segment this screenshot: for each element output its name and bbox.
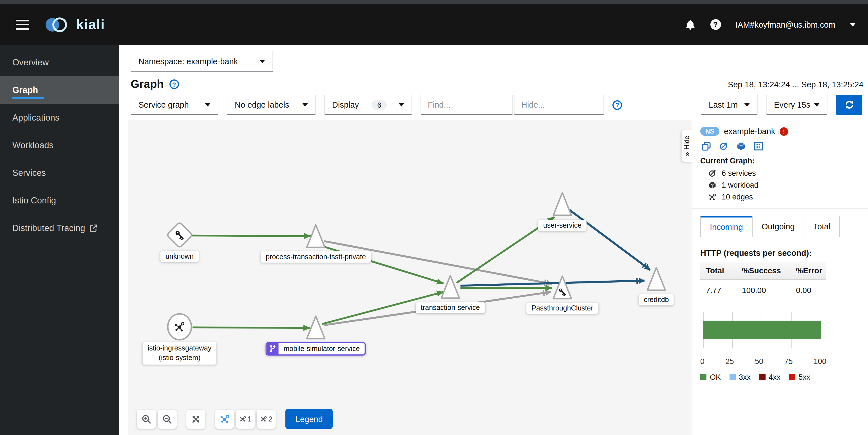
chevron-down-icon [302,103,308,107]
edge-labels-select[interactable]: No edge labels [227,95,316,115]
node-label[interactable]: unknown [160,251,199,262]
http-rate-table: Total %Success %Error 7.77 100.00 0.00 [700,262,826,297]
stat-edges: 10 edges [708,193,861,201]
help-icon[interactable] [710,19,721,30]
duration-select[interactable]: Last 1m [701,95,758,115]
sidebar-item-services[interactable]: Services [0,159,119,186]
node-label-mobile-simulator[interactable]: mobile-simulator-service [266,342,366,355]
graph-layout-2-button[interactable]: 2 [257,409,276,429]
panel-divider [692,208,868,208]
edge-ingressgateway-to-mobile-simulator[interactable] [192,327,310,328]
time-range-label: Sep 18, 13:24:24 ... Sep 18, 13:25:24 [728,80,865,89]
sidebar-item-applications[interactable]: Applications [0,104,119,131]
istio-config-link-icon[interactable] [754,141,763,151]
refresh-interval-select[interactable]: Every 15s [766,95,828,115]
kiali-logo: kiali [45,16,105,33]
node-label[interactable]: PassthroughCluster [526,302,598,314]
masthead-actions: IAM#koyfman@us.ibm.com [685,19,856,30]
4xx-swatch [759,374,765,380]
page-title: Graph [131,78,164,91]
5xx-swatch [789,374,795,380]
graph-help-icon[interactable] [169,80,179,89]
fit-to-screen-button[interactable] [186,409,206,429]
3xx-swatch [729,374,736,380]
traffic-tabs: Incoming Outgoing Total [700,216,861,237]
node-label[interactable]: user-service [538,220,587,231]
sidebar-item-graph[interactable]: Graph [0,76,119,104]
current-graph-title: Current Graph: [700,157,861,165]
namespace-error-icon[interactable] [780,127,788,136]
node-label[interactable]: transaction-service [416,302,485,313]
chevron-down-icon [205,103,211,107]
display-select[interactable]: Display 6 [324,95,412,115]
top-accent-strip [0,0,868,4]
workloads-link-icon[interactable] [736,141,746,151]
zoom-in-button[interactable] [137,409,156,429]
service-graph [128,120,692,434]
sidebar-item-overview[interactable]: Overview [0,49,119,76]
notifications-bell-icon[interactable] [685,19,695,30]
edge-process-transaction-to-passthroughcluster[interactable] [324,241,552,284]
tab-incoming[interactable]: Incoming [700,216,753,237]
masthead: kiali IAM#koyfman@us.ibm.com [0,4,868,45]
user-menu-chevron-down-icon[interactable] [850,23,856,26]
node-label[interactable]: creditdb [639,294,674,306]
legend-button[interactable]: Legend [285,409,333,429]
code-branch-icon [270,345,276,353]
edge-user-service-to-creditdb[interactable] [569,210,650,270]
x-axis-labels: 0 25 50 75 100 [700,357,826,366]
tab-total[interactable]: Total [804,216,840,237]
stat-services: 6 services [708,169,861,177]
namespace-bar: Namespace: example-bank [119,45,868,71]
namespace-name[interactable]: example-bank [724,127,775,136]
title-bar: Graph Sep 18, 13:24:24 ... Sep 18, 13:25… [119,71,868,91]
column-header: %Success [736,262,790,280]
node-creditdb[interactable] [647,268,665,290]
topology-icon [708,193,717,201]
hide-panel-tab[interactable]: Hide [681,129,692,162]
namespace-select[interactable]: Namespace: example-bank [131,51,273,71]
edge-unknown-to-process-transaction[interactable] [192,235,311,236]
service-icon [708,169,717,177]
graph-layout-1-button[interactable]: 1 [236,409,255,429]
graph-type-select[interactable]: Service graph [131,95,218,115]
user-menu-label[interactable]: IAM#koyfman@us.ibm.com [736,20,835,29]
expand-arrows-icon [191,414,201,424]
sidebar-nav: Overview Graph Applications Workloads Se… [0,45,119,435]
sidebar-item-istio-config[interactable]: Istio Config [0,186,119,214]
refresh-button[interactable] [836,95,862,115]
applications-link-icon[interactable] [702,141,711,151]
node-label[interactable]: istio-ingressgateway (istio-system) [143,342,217,365]
find-input[interactable] [421,95,513,115]
services-link-icon[interactable] [719,141,728,151]
graph-layout-default-button[interactable] [215,409,234,429]
legend-item-5xx: 5xx [789,373,810,381]
menu-toggle-icon[interactable] [16,20,29,30]
graph-workspace: unknown process-transaction-tsstt-privat… [119,120,868,435]
namespace-links [702,141,861,151]
node-passthroughcluster[interactable] [553,276,571,299]
node-unknown[interactable] [167,222,192,248]
chart-legend: OK 3xx 4xx 5xx [700,373,861,381]
zoom-out-button[interactable] [158,409,177,429]
find-hide-help-icon[interactable] [613,100,622,110]
node-istio-ingressgateway[interactable] [168,314,191,340]
node-label[interactable]: process-transaction-tsstt-private [260,251,371,263]
legend-item-ok: OK [700,373,721,381]
http-status-bar-chart [703,312,821,348]
legend-item-3xx: 3xx [729,373,751,381]
chevron-down-icon [814,103,819,107]
graph-toolbar: Service graph No edge labels Display 6 [119,91,868,120]
node-user-service[interactable] [553,193,571,215]
graph-nodes [167,193,665,340]
tab-outgoing[interactable]: Outgoing [752,216,804,237]
namespace-badge: NS [700,127,719,136]
column-header: %Error [790,262,826,280]
hide-input[interactable] [514,95,604,115]
node-transaction-service[interactable] [441,276,459,298]
edge-transaction-service-to-creditdb[interactable] [461,281,645,286]
graph-canvas[interactable]: unknown process-transaction-tsstt-privat… [128,120,692,435]
sidebar-item-distributed-tracing[interactable]: Distributed Tracing [0,214,119,242]
y-axis-tick [699,330,703,330]
sidebar-item-workloads[interactable]: Workloads [0,131,119,159]
